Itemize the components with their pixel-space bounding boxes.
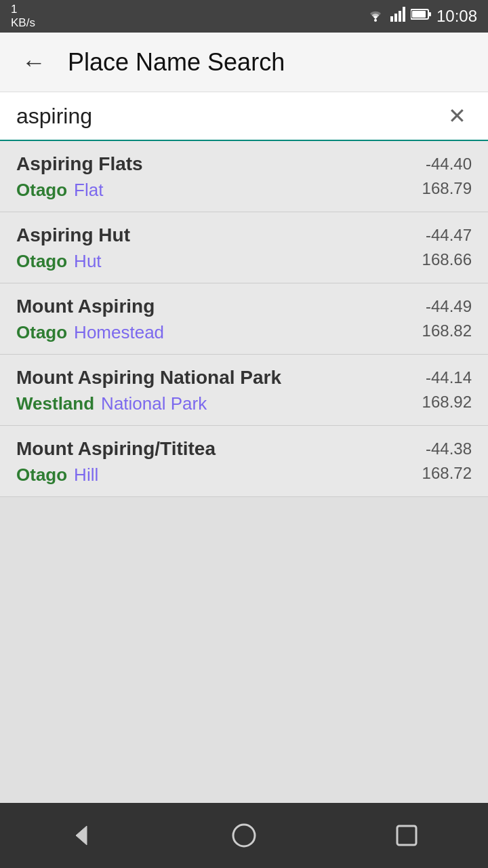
result-type: Hut	[74, 251, 101, 272]
svg-rect-4	[403, 7, 405, 22]
result-region: Otago	[16, 322, 67, 343]
result-type: National Park	[101, 393, 207, 414]
result-region: Otago	[16, 465, 67, 486]
status-icons: 10:08	[366, 7, 477, 26]
result-name: Mount Aspiring	[16, 294, 397, 319]
result-meta: Otago Flat	[16, 180, 397, 201]
result-lat: -44.40	[397, 152, 472, 176]
svg-rect-2	[394, 14, 397, 22]
result-region: Otago	[16, 251, 67, 272]
result-lon: 168.79	[397, 176, 472, 201]
result-type: Homestead	[74, 322, 164, 343]
result-lat: -44.14	[397, 366, 472, 390]
result-name: Mount Aspiring/Tititea	[16, 437, 397, 461]
result-meta: Otago Hut	[16, 251, 397, 272]
network-speed: 1 KB/s	[11, 3, 35, 31]
page-title: Place Name Search	[68, 48, 285, 77]
result-lon: 168.82	[397, 319, 472, 343]
list-item[interactable]: Mount Aspiring National Park Westland Na…	[0, 355, 488, 426]
bottom-nav	[0, 803, 488, 868]
svg-rect-1	[390, 16, 393, 22]
result-coords: -44.47 168.66	[397, 223, 472, 272]
result-name: Aspiring Hut	[16, 223, 397, 248]
svg-marker-8	[76, 826, 87, 845]
result-region: Westland	[16, 393, 94, 414]
svg-rect-7	[412, 11, 426, 18]
result-type: Hill	[74, 465, 98, 486]
status-time: 10:08	[436, 7, 477, 26]
svg-rect-3	[399, 11, 401, 22]
signal-icon	[390, 7, 405, 26]
recents-nav-button[interactable]	[380, 808, 434, 863]
back-nav-button[interactable]	[54, 808, 108, 863]
result-lon: 168.92	[397, 390, 472, 414]
result-meta: Westland National Park	[16, 393, 397, 414]
result-meta: Otago Homestead	[16, 322, 397, 343]
home-nav-button[interactable]	[217, 808, 271, 863]
app-bar: ← Place Name Search	[0, 33, 488, 92]
status-bar: 1 KB/s	[0, 0, 488, 33]
result-lat: -44.49	[397, 294, 472, 319]
result-info: Mount Aspiring National Park Westland Na…	[16, 366, 397, 414]
result-info: Aspiring Hut Otago Hut	[16, 223, 397, 271]
result-lon: 168.66	[397, 248, 472, 272]
result-type: Flat	[74, 180, 103, 201]
svg-point-9	[233, 825, 255, 846]
svg-point-0	[374, 19, 377, 22]
result-coords: -44.49 168.82	[397, 294, 472, 343]
result-info: Mount Aspiring/Tititea Otago Hill	[16, 437, 397, 485]
svg-rect-10	[397, 826, 416, 845]
result-name: Mount Aspiring National Park	[16, 366, 397, 390]
back-button[interactable]: ←	[16, 45, 52, 80]
battery-icon	[411, 7, 431, 25]
result-coords: -44.38 168.72	[397, 437, 472, 486]
wifi-icon	[366, 7, 385, 26]
list-item[interactable]: Aspiring Flats Otago Flat -44.40 168.79	[0, 141, 488, 212]
clear-button[interactable]: ✕	[443, 98, 472, 134]
results-list: Aspiring Flats Otago Flat -44.40 168.79 …	[0, 141, 488, 803]
list-item[interactable]: Aspiring Hut Otago Hut -44.47 168.66	[0, 212, 488, 283]
search-input[interactable]	[16, 104, 443, 129]
list-item[interactable]: Mount Aspiring/Tititea Otago Hill -44.38…	[0, 426, 488, 497]
result-lat: -44.47	[397, 223, 472, 248]
result-lon: 168.72	[397, 461, 472, 486]
list-item[interactable]: Mount Aspiring Otago Homestead -44.49 16…	[0, 283, 488, 355]
result-info: Aspiring Flats Otago Flat	[16, 152, 397, 200]
result-coords: -44.40 168.79	[397, 152, 472, 201]
search-container: ✕	[0, 92, 488, 141]
result-lat: -44.38	[397, 437, 472, 461]
result-info: Mount Aspiring Otago Homestead	[16, 294, 397, 342]
result-region: Otago	[16, 180, 67, 201]
svg-rect-6	[428, 12, 431, 16]
result-coords: -44.14 168.92	[397, 366, 472, 414]
result-meta: Otago Hill	[16, 465, 397, 486]
result-name: Aspiring Flats	[16, 152, 397, 176]
